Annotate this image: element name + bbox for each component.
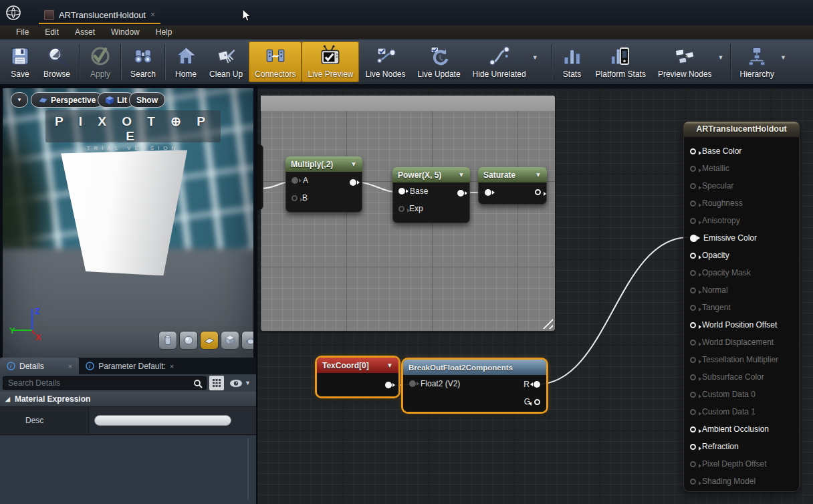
pin-circle-icon[interactable] — [690, 322, 696, 328]
menu-window[interactable]: Window — [103, 26, 148, 38]
hide-unrelated-dropdown-icon[interactable]: ▼ — [532, 54, 542, 70]
material-pin-refraction[interactable]: Refraction — [683, 438, 800, 455]
pin-circle-icon[interactable] — [690, 218, 696, 224]
node-material-result[interactable]: ARTranslucentHoldout Base ColorMetallicS… — [683, 122, 800, 492]
material-pin-opacity-mask[interactable]: Opacity Mask — [683, 264, 800, 281]
pin-circle-icon[interactable] — [690, 392, 696, 398]
tab-close-icon[interactable]: × — [150, 10, 155, 19]
cube-shape-button[interactable] — [221, 331, 239, 350]
material-pin-metallic[interactable]: Metallic — [683, 160, 800, 177]
material-pin-normal[interactable]: Normal — [683, 281, 800, 299]
home-button[interactable]: Home — [168, 41, 203, 82]
material-pin-ambient-occlusion[interactable]: Ambient Occlusion — [683, 420, 800, 438]
texcoord-output-pin-icon[interactable] — [385, 382, 392, 388]
output-pin-icon[interactable] — [534, 381, 540, 388]
material-pin-opacity[interactable]: Opacity — [683, 247, 800, 264]
pin-circle-icon[interactable] — [690, 183, 696, 189]
pin-multiply-b[interactable]: B — [285, 189, 362, 207]
tab-details[interactable]: i Details × — [0, 358, 79, 374]
asset-tab[interactable]: ARTranslucentHoldout × — [39, 7, 160, 24]
hide-unrelated-button[interactable]: Hide Unrelated — [467, 41, 532, 82]
preview-nodes-dropdown-icon[interactable]: ▼ — [718, 54, 727, 70]
browse-button[interactable]: Browse — [37, 41, 76, 82]
save-button[interactable]: Save — [3, 41, 37, 82]
material-pin-pixel-depth-offset[interactable]: Pixel Depth Offset — [683, 455, 800, 473]
material-pin-specular[interactable]: Specular — [683, 177, 800, 195]
pin-circle-icon[interactable] — [690, 235, 697, 242]
node-multiply[interactable]: Multiply(,2)▼ A B — [285, 156, 362, 213]
live-nodes-button[interactable]: Live Nodes — [359, 41, 411, 82]
material-pin-anisotropy[interactable]: Anisotropy — [683, 212, 800, 229]
material-pin-subsurface-color[interactable]: Subsurface Color — [683, 368, 800, 386]
material-pin-world-position-offset[interactable]: World Position Offset — [683, 316, 800, 334]
material-pin-custom-data-1[interactable]: Custom Data 1 — [683, 403, 800, 420]
material-pin-shading-model[interactable]: Shading Model — [683, 473, 800, 490]
view-options-button[interactable]: ▼ — [227, 379, 253, 388]
tab-close-icon[interactable]: × — [170, 362, 174, 370]
tab-close-icon[interactable]: × — [68, 362, 72, 370]
input-pin-icon[interactable] — [398, 188, 405, 195]
material-graph-canvas[interactable]: Multiply(,2)▼ A B Power(X, 5)▼ Base Exp … — [256, 86, 813, 504]
details-scrollbar[interactable] — [247, 438, 249, 500]
apply-button[interactable]: Apply — [83, 41, 118, 82]
hierarchy-button[interactable]: Hierarchy — [734, 41, 780, 82]
hierarchy-dropdown-icon[interactable]: ▼ — [780, 54, 790, 70]
chevron-down-icon[interactable]: ▼ — [458, 171, 465, 178]
comment-resize-handle[interactable] — [542, 318, 553, 329]
input-pin-icon[interactable] — [292, 195, 298, 201]
output-pin-icon[interactable] — [534, 399, 540, 405]
pin-circle-icon[interactable] — [690, 479, 696, 485]
property-matrix-button[interactable] — [209, 376, 224, 390]
pin-circle-icon[interactable] — [690, 148, 696, 154]
input-pin-icon[interactable] — [398, 206, 404, 212]
multiply-output-pin-icon[interactable] — [350, 179, 356, 186]
viewport-options-button[interactable]: ▼ — [11, 92, 28, 108]
pin-circle-icon[interactable] — [690, 305, 696, 311]
node-saturate[interactable]: Saturate▼ — [478, 167, 547, 205]
pin-circle-icon[interactable] — [690, 426, 696, 432]
pin-circle-icon[interactable] — [690, 287, 696, 293]
connectors-button[interactable]: Connectors — [249, 41, 302, 82]
node-breakout-float2[interactable]: BreakOutFloat2Components Float2 (V2) R G — [403, 360, 546, 412]
tab-parameter-defaults[interactable]: i Parameter Default: × — [79, 358, 181, 374]
pin-breakout-g[interactable]: G — [524, 397, 540, 406]
live-preview-button[interactable]: Live Preview — [302, 41, 359, 82]
live-update-button[interactable]: Live Update — [412, 41, 467, 82]
node-power[interactable]: Power(X, 5)▼ Base Exp — [392, 167, 470, 223]
pin-circle-icon[interactable] — [690, 357, 696, 363]
material-pin-emissive-color[interactable]: Emissive Color — [683, 229, 800, 247]
offscreen-node-edge[interactable] — [257, 144, 263, 210]
saturate-input-pin-icon[interactable] — [485, 189, 491, 196]
pin-circle-icon[interactable] — [690, 340, 696, 346]
node-texcoord[interactable]: TexCoord[0]▼ — [317, 358, 398, 396]
show-button[interactable]: Show — [129, 92, 165, 108]
search-button[interactable]: Search — [124, 41, 162, 82]
pin-circle-icon[interactable] — [690, 166, 696, 172]
teapot-shape-button[interactable] — [241, 331, 253, 350]
material-pin-tessellation-multiplier[interactable]: Tessellation Multiplier — [683, 351, 800, 368]
material-expression-section-header[interactable]: ◢ Material Expression — [0, 392, 256, 407]
sphere-shape-button[interactable] — [179, 331, 198, 350]
pin-circle-icon[interactable] — [690, 409, 696, 415]
preview-nodes-button[interactable]: Preview Nodes — [652, 41, 718, 82]
chevron-down-icon[interactable]: ▼ — [350, 160, 357, 168]
material-pin-tangent[interactable]: Tangent — [683, 299, 800, 316]
pin-circle-icon[interactable] — [690, 444, 696, 450]
input-pin-icon[interactable] — [409, 380, 416, 387]
pin-circle-icon[interactable] — [690, 270, 696, 276]
comment-box-header[interactable] — [261, 96, 555, 111]
pin-circle-icon[interactable] — [690, 461, 696, 467]
material-pin-base-color[interactable]: Base Color — [683, 142, 800, 160]
clean-up-button[interactable]: Clean Up — [203, 41, 249, 82]
menu-edit[interactable]: Edit — [37, 26, 67, 38]
menu-help[interactable]: Help — [148, 26, 181, 38]
plane-shape-button[interactable] — [200, 331, 219, 350]
menu-asset[interactable]: Asset — [67, 26, 103, 38]
stats-button[interactable]: Stats — [555, 41, 590, 82]
saturate-output-pin-icon[interactable] — [535, 189, 541, 195]
pin-circle-icon[interactable] — [690, 253, 696, 259]
material-pin-world-displacement[interactable]: World Displacement — [683, 334, 800, 351]
cylinder-shape-button[interactable] — [158, 331, 177, 350]
material-pin-custom-data-0[interactable]: Custom Data 0 — [683, 386, 800, 403]
search-input[interactable]: Search Details — [3, 376, 207, 390]
